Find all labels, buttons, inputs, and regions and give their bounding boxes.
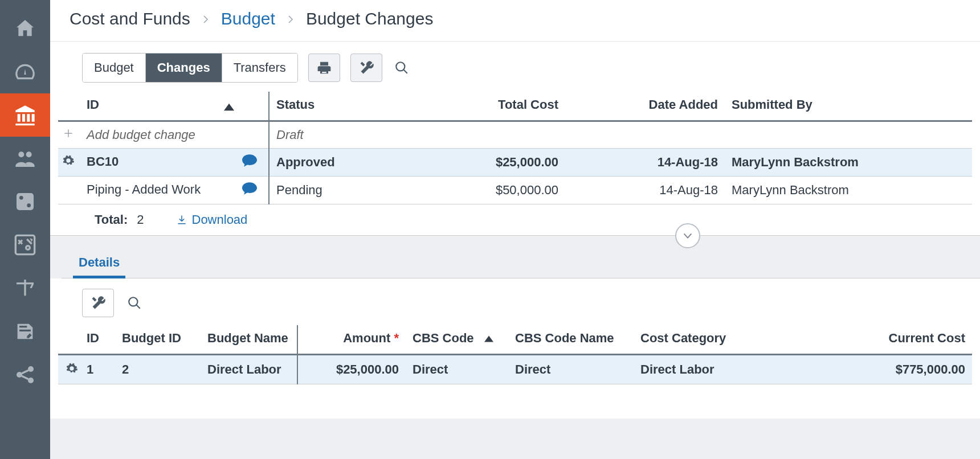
comment-icon[interactable] — [242, 182, 257, 198]
breadcrumb-budget[interactable]: Budget — [221, 9, 275, 28]
home-icon — [14, 17, 36, 40]
sidebar-item-people[interactable] — [0, 137, 50, 180]
tab-budget[interactable]: Budget — [83, 54, 146, 82]
row-id: BC10 — [87, 154, 119, 169]
breadcrumb-root[interactable]: Cost and Funds — [70, 9, 190, 28]
svg-point-7 — [396, 62, 405, 71]
sidebar-item-home[interactable] — [0, 7, 50, 50]
details-toolbar — [50, 278, 980, 325]
col-id-label: ID — [87, 97, 99, 112]
col-total-cost[interactable]: Total Cost — [406, 92, 565, 121]
breadcrumb: Cost and Funds Budget Budget Changes — [50, 0, 980, 42]
sidebar-item-dashboard[interactable] — [0, 50, 50, 93]
sidebar-item-crane[interactable] — [0, 267, 50, 310]
download-link[interactable]: Download — [176, 212, 248, 227]
sidebar-item-share[interactable] — [0, 353, 50, 396]
crane-icon — [14, 277, 36, 300]
total-label: Total: — [95, 212, 128, 227]
dcol-cost-category[interactable]: Cost Category — [634, 325, 742, 355]
tools-button[interactable] — [350, 54, 382, 82]
col-date-added[interactable]: Date Added — [565, 92, 725, 121]
tab-transfers[interactable]: Transfers — [222, 54, 297, 82]
budget-changes-table-wrap: ID Status Total Cost Date Added Submitte… — [50, 92, 980, 235]
svg-rect-3 — [15, 235, 34, 254]
drow-cbs-name: Direct — [508, 355, 634, 384]
print-button[interactable] — [308, 54, 340, 82]
drow-budget-name: Direct Labor — [201, 355, 297, 384]
details-tabs: Details — [50, 236, 980, 278]
toolbar: Budget Changes Transfers — [50, 42, 980, 92]
dcol-id[interactable]: ID — [58, 325, 115, 355]
col-status[interactable]: Status — [269, 92, 406, 121]
add-row[interactable]: Add budget change Draft — [58, 121, 972, 149]
gauge-icon — [14, 60, 36, 83]
svg-point-4 — [17, 372, 22, 378]
required-icon: * — [394, 331, 399, 345]
collapse-button[interactable] — [675, 223, 700, 248]
search-button[interactable] — [393, 59, 411, 77]
breadcrumb-current: Budget Changes — [306, 9, 434, 28]
table-footer: Total: 2 Download — [58, 204, 980, 235]
chevron-right-icon — [285, 9, 296, 28]
sidebar-item-cost[interactable] — [0, 93, 50, 137]
download-icon — [176, 214, 187, 226]
svg-point-2 — [27, 203, 31, 207]
svg-rect-0 — [17, 193, 34, 210]
details-panel: Details ID — [50, 235, 980, 459]
row-submitted-by: MaryLynn Backstrom — [725, 177, 972, 204]
svg-point-5 — [28, 366, 34, 372]
row-status: Approved — [269, 149, 406, 177]
drow-budget-id: 2 — [115, 355, 201, 384]
gear-icon[interactable] — [60, 362, 83, 378]
row-total: $25,000.00 — [406, 149, 565, 177]
col-id[interactable]: ID — [58, 92, 269, 121]
gear-icon[interactable] — [57, 154, 80, 170]
chevron-right-icon — [201, 9, 211, 28]
drow-id: 1 — [87, 362, 93, 376]
row-id: Piping - Added Work — [87, 182, 201, 196]
tab-details[interactable]: Details — [73, 255, 125, 278]
document-edit-icon — [14, 320, 36, 343]
sort-ascending-icon — [484, 331, 493, 345]
dcol-budget-id[interactable]: Budget ID — [115, 325, 201, 355]
dcol-cbs-name[interactable]: CBS Code Name — [508, 325, 634, 355]
plus-icon — [57, 128, 80, 142]
svg-point-1 — [19, 196, 23, 200]
download-label: Download — [192, 212, 248, 227]
row-date: 14-Aug-18 — [565, 149, 725, 177]
row-submitted-by: MaryLynn Backstrom — [725, 149, 972, 177]
dcol-budget-name[interactable]: Budget Name — [201, 325, 297, 355]
details-row[interactable]: 1 2 Direct Labor $25,000.00 Direct Direc… — [58, 355, 972, 384]
search-icon — [127, 296, 142, 310]
col-submitted-by[interactable]: Submitted By — [725, 92, 972, 121]
drow-amount: $25,000.00 — [297, 355, 406, 384]
tools-icon — [91, 296, 105, 310]
share-icon — [14, 363, 36, 386]
dcol-current-cost[interactable]: Current Cost — [742, 325, 972, 355]
sidebar — [0, 0, 50, 459]
details-search-button[interactable] — [125, 294, 144, 312]
comment-icon[interactable] — [242, 154, 257, 170]
dcol-amount-label: Amount — [343, 331, 390, 345]
svg-point-8 — [129, 297, 137, 306]
dcol-cbs-code[interactable]: CBS Code — [406, 325, 508, 355]
row-status: Pending — [269, 177, 406, 204]
details-tools-button[interactable] — [82, 289, 114, 317]
sidebar-item-strategy[interactable] — [0, 223, 50, 267]
bank-icon — [14, 104, 36, 126]
details-table-wrap: ID Budget ID Budget Name Amount * CBS Co… — [50, 325, 980, 384]
drow-cost-category: Direct Labor — [634, 355, 742, 384]
sidebar-item-dice[interactable] — [0, 180, 50, 223]
svg-point-6 — [28, 378, 34, 383]
print-icon — [317, 60, 332, 75]
add-row-label: Add budget change — [87, 128, 195, 142]
tab-changes[interactable]: Changes — [146, 54, 222, 82]
sort-ascending-icon — [224, 100, 234, 114]
dcol-amount[interactable]: Amount * — [297, 325, 406, 355]
sidebar-item-document[interactable] — [0, 310, 50, 353]
budget-changes-table: ID Status Total Cost Date Added Submitte… — [58, 92, 972, 204]
total-count: 2 — [137, 212, 144, 227]
table-row[interactable]: BC10 Approved $25,000.00 14-Aug-18 MaryL… — [58, 149, 972, 177]
table-row[interactable]: Piping - Added Work Pending $50,000.00 1… — [58, 177, 972, 204]
row-date: 14-Aug-18 — [565, 177, 725, 204]
